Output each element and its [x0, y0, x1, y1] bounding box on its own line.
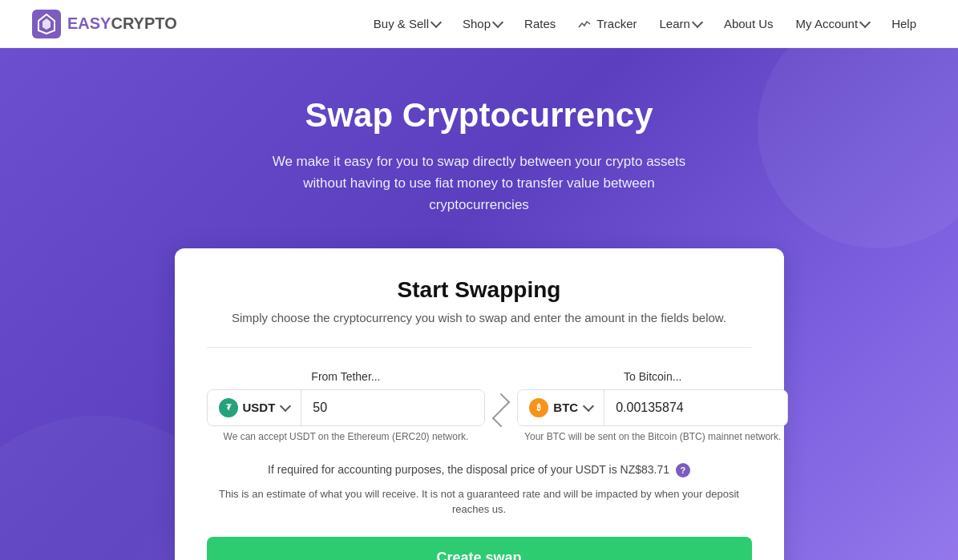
to-hint: Your BTC will be sent on the Bitcoin (BT… — [517, 431, 788, 442]
chevron-down-icon — [859, 17, 871, 28]
arrow-left-icon — [492, 409, 511, 427]
disposal-info-row: If required for accounting purposes, the… — [207, 461, 752, 478]
hero-section: Swap Cryptocurrency We make it easy for … — [0, 48, 958, 560]
from-field: From Tether... ₮ USDT We can accept USDT… — [207, 370, 486, 442]
from-amount-input[interactable] — [301, 390, 484, 425]
tracker-icon — [578, 18, 591, 30]
estimate-info: This is an estimate of what you will rec… — [207, 486, 752, 518]
card-title: Start Swapping — [207, 277, 752, 303]
hero-title: Swap Cryptocurrency — [16, 96, 942, 135]
nav-item-my-account[interactable]: My Account — [786, 12, 879, 35]
navbar: EASYCRYPTO Buy & Sell Shop Rates Tracker… — [0, 0, 958, 48]
btc-icon: ₿ — [529, 398, 548, 417]
from-token-label: USDT — [243, 401, 276, 414]
card-subtitle: Simply choose the cryptocurrency you wis… — [207, 311, 752, 324]
nav-item-buy-sell[interactable]: Buy & Sell — [364, 12, 450, 35]
logo-text: EASYCRYPTO — [67, 14, 177, 33]
from-hint: We can accept USDT on the Ethereum (ERC2… — [207, 431, 486, 442]
nav-item-rates[interactable]: Rates — [515, 12, 565, 35]
from-label: From Tether... — [207, 370, 486, 383]
nav-item-tracker[interactable]: Tracker — [568, 12, 646, 35]
nav-links: Buy & Sell Shop Rates Tracker Learn Abou… — [364, 12, 926, 35]
swap-arrows — [485, 396, 517, 425]
chevron-down-icon — [430, 17, 442, 28]
swap-card: Start Swapping Simply choose the cryptoc… — [175, 248, 784, 560]
create-swap-button[interactable]: Create swap — [207, 537, 752, 560]
to-input-row: ₿ BTC — [517, 389, 788, 426]
chevron-down-icon — [280, 401, 291, 412]
usdt-icon: ₮ — [219, 398, 238, 417]
nav-item-shop[interactable]: Shop — [453, 12, 511, 35]
card-divider — [207, 347, 752, 348]
nav-item-about-us[interactable]: About Us — [714, 12, 783, 35]
hero-subtitle: We make it easy for you to swap directly… — [255, 151, 704, 216]
chevron-down-icon — [492, 17, 503, 28]
chevron-down-icon — [583, 401, 594, 412]
to-field: To Bitcoin... ₿ BTC Your BTC will be sen… — [517, 370, 788, 442]
logo[interactable]: EASYCRYPTO — [32, 10, 177, 38]
from-input-row: ₮ USDT — [207, 389, 486, 426]
logo-icon — [32, 10, 61, 38]
to-token-select[interactable]: ₿ BTC — [518, 390, 604, 425]
from-token-select[interactable]: ₮ USDT — [208, 390, 302, 425]
to-label: To Bitcoin... — [517, 370, 788, 383]
question-icon[interactable]: ? — [676, 463, 690, 477]
chevron-down-icon — [692, 17, 703, 28]
to-amount-input[interactable] — [604, 390, 787, 425]
to-token-label: BTC — [553, 401, 578, 414]
swap-row: From Tether... ₮ USDT We can accept USDT… — [207, 370, 752, 442]
nav-item-learn[interactable]: Learn — [650, 12, 711, 35]
nav-item-help[interactable]: Help — [882, 12, 926, 35]
arrow-right-icon — [492, 393, 511, 411]
disposal-info-text: If required for accounting purposes, the… — [268, 463, 669, 476]
